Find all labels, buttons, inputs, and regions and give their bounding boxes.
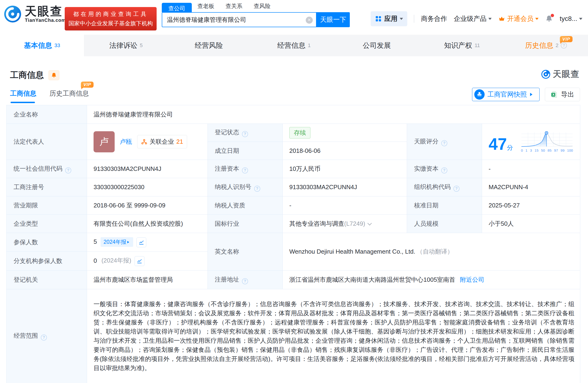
search-tab-relation[interactable]: 查关系 <box>220 2 248 12</box>
table-row: 法定代表人 卢 卢瓯 关联企业 21 <box>7 124 580 142</box>
search-tab-company[interactable]: 查公司 <box>162 3 192 12</box>
apps-menu-button[interactable]: 应用 <box>371 11 407 26</box>
tianyancha-watermark: 天眼查 <box>541 68 580 80</box>
field-label: 组织机构代码? <box>407 178 482 196</box>
table-row: 企业名称 温州德脊瑞健康管理有限公司 <box>7 105 580 124</box>
clear-search-icon[interactable]: × <box>306 17 313 24</box>
insured-trend-button[interactable] <box>136 238 146 247</box>
export-button[interactable]: 导出 <box>545 88 580 101</box>
field-label: 核准日期 <box>407 196 482 215</box>
tab-label: 经营信息 <box>277 41 305 50</box>
score-chart-ticks: 01 315 5085 9799 100 <box>521 148 573 152</box>
tab-count: 5 <box>140 42 143 48</box>
help-icon[interactable]: ? <box>242 167 248 173</box>
field-label: 营业期限 <box>7 196 87 215</box>
tab-operating-info[interactable]: 经营信息 1 <box>252 35 336 56</box>
help-icon[interactable]: ? <box>242 278 248 284</box>
field-label: 登记机关 <box>7 270 87 289</box>
table-row: 经营范围? 一般项目：体育健康服务；健康咨询服务（不含诊疗服务）；信息咨询服务（… <box>7 289 580 383</box>
search-button[interactable]: 天眼一下 <box>316 12 350 27</box>
subtab-history-business-info[interactable]: VIP 历史工商信息 <box>49 89 89 103</box>
business-info-table: 企业名称 温州德脊瑞健康管理有限公司 法定代表人 卢 卢瓯 <box>6 105 580 383</box>
tab-basic-info[interactable]: 基本信息 33 <box>0 35 84 56</box>
field-label: 企业名称 <box>7 105 87 124</box>
nav-user-account[interactable]: tyc8... <box>560 15 582 22</box>
search-input[interactable] <box>162 13 316 27</box>
tianyancha-logo[interactable]: 天眼查 TianYanCha.com <box>4 5 66 23</box>
subtab-business-info[interactable]: 工商信息 <box>10 89 36 103</box>
reg-capital-value: 10万人民币 <box>283 160 407 178</box>
help-icon[interactable]: ? <box>441 140 447 146</box>
search-tab-boss[interactable]: 查老板 <box>192 2 220 12</box>
official-snapshot-button[interactable]: 工商官网快照 <box>472 88 540 101</box>
field-label: 企业类型 <box>7 215 87 233</box>
field-label: 参保人数 <box>7 233 87 252</box>
tab-history-info[interactable]: VIP 历史信息 2 ? <box>504 35 588 56</box>
help-icon[interactable]: ? <box>254 186 260 192</box>
field-label: 注册地址? <box>208 270 283 289</box>
main-tabs: 基本信息 33 法律诉讼 5 经营风险 经营信息 1 公司发展 知识产权 11 … <box>0 35 588 56</box>
taxpayer-quality-value: - <box>283 196 407 215</box>
approval-date-value: 2025-05-27 <box>482 196 580 215</box>
nav-business-cooperation[interactable]: 商务合作 <box>421 14 447 23</box>
notification-bell-button[interactable] <box>545 15 553 23</box>
search-tab-risk[interactable]: 查风险 <box>248 2 276 12</box>
search-box: × <box>162 12 316 27</box>
company-type-value: 有限责任公司(自然人投资或控股) <box>87 215 208 233</box>
english-name-value: Wenzhou Dejirui Health Management Co., L… <box>289 248 415 255</box>
field-label: 登记状态? <box>208 124 283 142</box>
subscribe-bell-button[interactable] <box>48 70 59 80</box>
paid-capital-value: - <box>482 160 580 178</box>
company-name-value: 温州德脊瑞健康管理有限公司 <box>87 105 580 124</box>
help-icon[interactable]: ? <box>453 186 460 192</box>
tab-operating-risk[interactable]: 经营风险 <box>168 35 252 56</box>
status-badge: 存续 <box>289 127 310 139</box>
legal-rep-name-link[interactable]: 卢瓯 <box>120 138 132 146</box>
tab-company-development[interactable]: 公司发展 <box>336 35 420 56</box>
bell-icon <box>51 72 57 78</box>
promo-line1: 都在用的商业查询工具 <box>73 9 148 19</box>
stamp-icon <box>474 89 485 100</box>
promo-line2: 国家中小企业发展子基金旗下机构 <box>68 19 153 28</box>
insured-cell: 52024年报 <box>87 233 208 252</box>
table-row: 统一社会信用代码? 91330303MA2CPUNN4J 注册资本? 10万人民… <box>7 160 580 178</box>
tab-label: 知识产权 <box>444 41 472 50</box>
crown-icon <box>498 15 505 22</box>
field-label: 法定代表人 <box>7 124 87 160</box>
header-nav: 应用 商务合作 企业级产品 开通会员 <box>371 11 582 26</box>
apps-menu-label: 应用 <box>384 14 397 23</box>
tab-count: 11 <box>475 42 480 48</box>
field-label: 人员规模 <box>407 215 482 233</box>
header: 天眼查 TianYanCha.com 都在用的商业查询工具 国家中小企业发展子基… <box>0 0 588 35</box>
legal-rep-avatar[interactable]: 卢 <box>94 131 115 152</box>
field-label: 英文名称 <box>208 233 283 270</box>
tab-intellectual-property[interactable]: 知识产权 11 <box>420 35 504 56</box>
nav-enterprise-products[interactable]: 企业级产品 <box>454 14 492 23</box>
nearby-companies-link[interactable]: 附近公司 <box>460 276 484 283</box>
export-button-label: 导出 <box>561 90 574 99</box>
related-companies-button[interactable]: 关联企业 21 <box>137 135 187 148</box>
chevron-down-icon <box>488 18 492 21</box>
field-label: 实缴资本? <box>407 160 482 178</box>
nav-open-vip[interactable]: 开通会员 <box>498 14 539 23</box>
field-label: 统一社会信用代码? <box>7 160 87 178</box>
industry-cell: 其他专业咨询与调查(L7249) <box>283 215 407 233</box>
branch-insured-trend-button[interactable] <box>135 256 145 266</box>
help-icon[interactable]: ? <box>242 131 248 137</box>
help-icon[interactable]: ? <box>441 167 447 173</box>
annual-report-pill[interactable]: 2024年报 <box>101 237 133 247</box>
help-icon[interactable]: ? <box>65 167 71 173</box>
taxpayer-id-value: 91330303MA2CPUNN4J <box>283 178 407 196</box>
branch-insured-report: (2024年报) <box>102 257 131 264</box>
tab-legal-litigation[interactable]: 法律诉讼 5 <box>84 35 168 56</box>
chevron-down-icon[interactable] <box>367 221 372 225</box>
tab-label: 历史信息 <box>525 41 553 50</box>
help-icon[interactable]: ? <box>41 335 47 341</box>
vip-badge: VIP <box>560 36 572 42</box>
related-companies-count: 21 <box>176 138 183 145</box>
arrow-right-icon <box>127 241 130 243</box>
section-title: 工商信息 <box>10 69 44 81</box>
tab-label: 经营风险 <box>195 41 223 50</box>
apps-grid-icon <box>375 15 382 22</box>
subtabs: 工商信息 VIP 历史工商信息 <box>10 89 89 103</box>
